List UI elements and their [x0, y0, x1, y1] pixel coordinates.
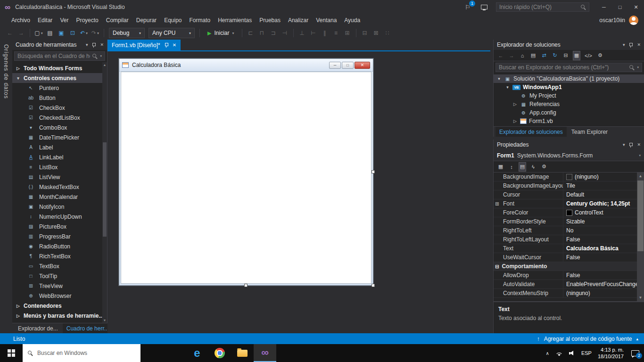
save-button[interactable]: ▣ [56, 28, 66, 38]
property-row-usewaitcursor[interactable]: UseWaitCursor False [494, 253, 637, 262]
property-value[interactable]: Default [563, 190, 637, 199]
menu-archivo[interactable]: Archivo [8, 14, 34, 26]
solution-platform-dropdown[interactable]: Any CPU ▾ [149, 28, 195, 38]
property-row-righttoleftlayout[interactable]: RightToLeftLayout False [494, 235, 637, 244]
toolbox-group-data[interactable]: ▷ Datos [12, 321, 107, 323]
toolbox-item-notifyicon[interactable]: ▣NotifyIcon [12, 202, 107, 212]
property-value[interactable]: False [563, 235, 637, 244]
property-value[interactable]: (ninguno) [563, 173, 637, 181]
taskbar-clock[interactable]: 4:13 p. m. 18/10/2017 [598, 346, 624, 360]
resize-handle-right[interactable] [372, 170, 375, 173]
property-pages-icon[interactable]: ⚙ [541, 163, 547, 171]
collapse-all-icon[interactable]: ⊟ [562, 51, 569, 60]
tree-item-app-config[interactable]: ⚙ App.config [494, 108, 644, 117]
form-minimize-button[interactable]: ─ [329, 62, 341, 69]
align-centers-button[interactable]: ⊢ [308, 28, 319, 38]
tree-item-solution[interactable]: ▾ ▣ Solución "CalculadoraBasica" (1 proy… [494, 74, 644, 83]
toolbox-item-combobox[interactable]: ▾ComboBox [12, 123, 107, 132]
property-value[interactable]: (ninguno) [563, 289, 637, 297]
vertical-spacing-button[interactable]: ⊟ [360, 28, 370, 38]
menu-ver[interactable]: Ver [56, 14, 72, 26]
menu-formato[interactable]: Formato [186, 14, 215, 26]
property-row-autovalidate[interactable]: AutoValidate EnablePreventFocusChange [494, 280, 637, 289]
property-row-forecolor[interactable]: ForeColor ControlText [494, 208, 637, 217]
property-row-backgroundimage[interactable]: BackgroundImage (ninguno) [494, 173, 637, 181]
toolbox-item-progressbar[interactable]: ▥ProgressBar [12, 231, 107, 241]
view-code-icon[interactable]: </> [584, 51, 593, 60]
volume-icon[interactable] [569, 350, 575, 356]
window-position-icon[interactable]: ▾ [623, 142, 625, 147]
collapsed-arrow-icon[interactable]: ▷ [512, 102, 518, 107]
undo-button[interactable]: ↶▾ [79, 28, 89, 38]
redo-button[interactable]: ↷▾ [90, 28, 100, 38]
source-control-action[interactable]: ↑ Agregar al control de código fuente ▴ [537, 336, 638, 342]
toolbox-group-common-controls[interactable]: ▾ Controles comunes [12, 73, 107, 83]
property-row-backgroundimagelayout[interactable]: BackgroundImageLayout Tile [494, 181, 637, 190]
resize-handle-bottom[interactable] [244, 284, 248, 287]
category-row-comportamiento[interactable]: ⊟ Comportamiento [494, 262, 637, 271]
scrollbar-thumb[interactable] [103, 142, 107, 237]
quick-launch-search[interactable]: Inicio rápido (Ctrl+Q) [496, 2, 589, 12]
menu-depurar[interactable]: Depurar [132, 14, 160, 26]
save-all-button[interactable]: ⊡ [67, 28, 78, 38]
toolbox-item-maskedtextbox[interactable]: (.)MaskedTextBox [12, 182, 107, 192]
toolbox-item-button[interactable]: abButton [12, 93, 107, 103]
property-row-font[interactable]: ⊞ Font Century Gothic; 14,25pt [494, 199, 637, 208]
tree-item-my-project[interactable]: ⚙ My Project [494, 91, 644, 100]
forms-designer-surface[interactable]: Calculadora Básica ─ □ ✕ [107, 52, 490, 333]
avatar[interactable] [629, 16, 638, 25]
maximize-button[interactable]: □ [612, 0, 628, 14]
property-row-righttoleft[interactable]: RightToLeft No [494, 226, 637, 235]
tree-item-references[interactable]: ▷ ▦ Referencias [494, 100, 644, 108]
events-icon[interactable]: ϟ [530, 163, 537, 171]
sync-with-active-document-icon[interactable]: ⇄ [541, 51, 547, 60]
property-value[interactable]: No [563, 226, 637, 235]
tab-form1-designer[interactable]: Form1.vb [Diseño]* ✕ [107, 40, 181, 50]
window-position-icon[interactable]: ▾ [86, 42, 88, 47]
properties-icon[interactable]: ⚙ [597, 51, 603, 60]
close-icon[interactable]: ✕ [173, 42, 176, 48]
form-maximize-button[interactable]: □ [342, 62, 354, 69]
align-middles-button[interactable]: ⊣ [280, 28, 290, 38]
collapse-minus-icon[interactable]: ⊟ [495, 264, 499, 269]
align-tops-button[interactable]: ⊓ [257, 28, 267, 38]
filter-icon[interactable]: ▤ [530, 51, 537, 60]
edge-app-icon[interactable]: e [186, 344, 208, 362]
action-center-icon[interactable]: 2 [631, 350, 639, 356]
hidden-icons-chevron[interactable]: ∧ [546, 351, 549, 356]
network-icon[interactable] [555, 351, 563, 356]
property-value[interactable]: Sizable [563, 217, 637, 226]
menu-herramientas[interactable]: Herramientas [214, 14, 256, 26]
close-button[interactable]: ✕ [628, 0, 644, 14]
expanded-arrow-icon[interactable]: ▾ [505, 85, 510, 90]
scroll-up-icon[interactable]: ▲ [103, 63, 107, 66]
designed-form-client-area[interactable] [121, 72, 372, 284]
property-value[interactable]: False [563, 271, 637, 280]
scroll-down-icon[interactable]: ▼ [639, 296, 643, 300]
tab-cuadro-de-herramientas[interactable]: Cuadro de herr... [63, 323, 113, 333]
scroll-up-icon[interactable]: ▲ [639, 174, 643, 178]
account-area[interactable]: oscar10iin [599, 16, 638, 25]
tree-item-form1[interactable]: ▷ Form1.vb [494, 117, 644, 125]
minimize-button[interactable]: ─ [596, 0, 612, 14]
collapsed-arrow-icon[interactable]: ▷ [512, 119, 518, 123]
navigate-forward-button[interactable]: → [16, 28, 26, 38]
home-icon[interactable]: ⌂ [519, 51, 526, 60]
align-bottoms-button[interactable]: ⊥ [297, 28, 307, 38]
toolbox-item-datetimepicker[interactable]: ▦DateTimePicker [12, 132, 107, 142]
toolbox-item-richtextbox[interactable]: ¶RichTextBox [12, 251, 107, 261]
expand-plus-icon[interactable]: ⊞ [495, 199, 499, 208]
toolbox-item-monthcalendar[interactable]: ▦MonthCalendar [12, 192, 107, 202]
toolbox-group-all-windows-forms[interactable]: ▷ Todo Windows Forms [12, 63, 107, 73]
property-row-cursor[interactable]: Cursor Default [494, 190, 637, 199]
resize-handle-corner[interactable] [372, 284, 375, 287]
alphabetical-icon[interactable]: ↕ [508, 163, 515, 171]
language-indicator[interactable]: ESP [581, 350, 592, 356]
menu-pruebas[interactable]: Pruebas [256, 14, 284, 26]
toolbox-item-listview[interactable]: ▤ListView [12, 172, 107, 182]
window-position-icon[interactable]: ▾ [623, 42, 625, 47]
property-row-contextmenustrip[interactable]: ContextMenuStrip (ninguno) [494, 289, 637, 298]
start-debugging-button[interactable]: ▶ Iniciar ▾ [203, 28, 239, 38]
toolbox-item-picturebox[interactable]: ▨PictureBox [12, 222, 107, 231]
file-explorer-app-icon[interactable] [231, 344, 254, 362]
